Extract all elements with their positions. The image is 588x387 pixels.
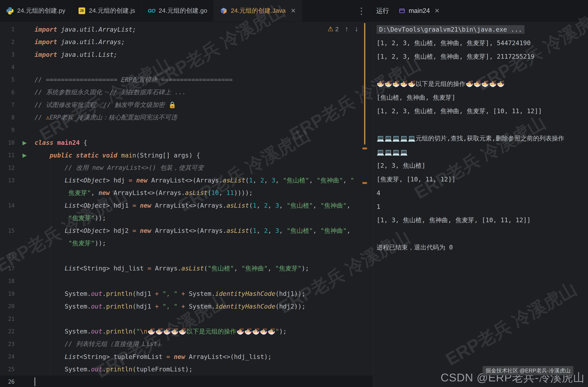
console-line: [1, 2, 3, 焦山楂, 焦神曲, 焦麦芽], 2117255219	[377, 50, 588, 64]
line-number[interactable]: 21	[0, 316, 15, 322]
console-line: [1, 2, 3, 焦山楂, 焦神曲, 焦麦芽, [10, 11, 12]]	[377, 104, 588, 118]
code-line[interactable]: 5// =================== ERP配置模块 ========…	[0, 74, 373, 86]
line-number[interactable]: 14	[0, 202, 15, 209]
code-line[interactable]: 14 List<Object> hdj1 = new ArrayList<>(A…	[0, 199, 373, 212]
javascript-icon: JS	[78, 7, 86, 15]
editor-lines[interactable]: 1import java.util.ArrayList;2import java…	[0, 23, 373, 387]
line-number[interactable]: 7	[0, 102, 15, 108]
code-line[interactable]: 24 List<String> tupleFromList = new Arra…	[0, 350, 373, 363]
console-line: 1	[377, 200, 588, 214]
console-line: [焦山楂, 焦神曲, 焦麦芽]	[377, 91, 588, 105]
line-number[interactable]: 3	[0, 51, 15, 58]
line-number[interactable]: 16	[0, 253, 15, 259]
line-number[interactable]: 10	[0, 140, 15, 146]
line-number[interactable]: 23	[0, 341, 15, 347]
run-panel-title: 运行	[376, 6, 389, 15]
python-icon	[6, 7, 14, 15]
console-line: [1, 2, 3, 焦山楂, 焦神曲, 焦麦芽], 544724190	[377, 37, 588, 50]
line-number[interactable]: 8	[0, 115, 15, 121]
code-line[interactable]: 7// 试图修改审批流程 // 触发甲骨文级加密 🔒	[0, 99, 373, 111]
console-line	[377, 64, 588, 77]
code-line[interactable]: 2import java.util.Arrays;	[0, 36, 373, 48]
console-line: 💻💻💻💻💻元组的切片,查找,获取元素,删除参照之前的列表操作	[377, 132, 588, 145]
line-number[interactable]: 11	[0, 152, 15, 158]
code-line[interactable]: 17 List<String> hdj_list = Arrays.asList…	[0, 262, 373, 275]
tab-label: 24.元组的创建.js	[89, 6, 135, 15]
run-tool-window-header: 运行 main24 ✕	[376, 0, 440, 22]
code-line[interactable]: 3import java.util.List;	[0, 48, 373, 61]
code-line[interactable]: 1import java.util.ArrayList;	[0, 23, 373, 36]
console-line	[377, 227, 588, 241]
console-line: 💻💻💻💻	[377, 145, 588, 159]
run-gutter-icon[interactable]: ▶	[22, 153, 27, 158]
line-number[interactable]: 24	[0, 353, 15, 360]
line-number[interactable]: 2	[0, 39, 15, 45]
line-number[interactable]: 5	[0, 77, 15, 83]
line-number[interactable]: 17	[0, 266, 15, 272]
tab-file-py[interactable]: 24.元组的创建.py	[0, 0, 72, 21]
line-number[interactable]: 26	[0, 379, 15, 385]
close-icon[interactable]: ✕	[435, 8, 440, 14]
previous-problem-button[interactable]: ↑	[345, 25, 348, 33]
console-line: [2, 3, 焦山楂]	[377, 159, 588, 173]
console-line: [1, 3, 焦山楂, 焦神曲, 焦麦芽, [10, 11, 12]]	[377, 213, 588, 227]
console-line: 🍜🍜🍜🍜🍜以下是元组的操作🍜🍜🍜🍜🍜	[377, 77, 588, 91]
line-number[interactable]: 19	[0, 291, 15, 297]
code-line[interactable]: "焦麦芽"));	[0, 212, 373, 225]
tab-label: main24	[409, 7, 430, 15]
code-line[interactable]: 11▶ public static void main(String[] arg…	[0, 149, 373, 162]
code-line[interactable]: 20 System.out.println(hdj1 + ", " + Syst…	[0, 300, 373, 313]
line-number[interactable]: 9	[0, 127, 15, 133]
code-line[interactable]: 25 System.out.println(tupleFromList);	[0, 363, 373, 376]
code-line[interactable]: 15 List<Object> hdj2 = new ArrayList<>(A…	[0, 225, 373, 237]
code-line[interactable]: 26	[0, 376, 373, 387]
line-number[interactable]: 20	[0, 303, 15, 310]
console-line: [焦麦芽, [10, 11, 12]]	[377, 173, 588, 186]
close-icon[interactable]: ✕	[291, 8, 296, 14]
line-number[interactable]: 12	[0, 165, 15, 171]
code-line[interactable]: 6// 系统参数组永久固化 // 刻在数据库石碑上 ...	[0, 86, 373, 99]
tab-file-go[interactable]: GO 24.元组的创建.go	[141, 0, 213, 21]
code-line[interactable]: 12 // 改用 new ArrayList<>() 包装，使其可变	[0, 162, 373, 174]
code-line[interactable]: 21	[0, 313, 373, 325]
more-options-icon[interactable]: ⋮	[353, 0, 370, 22]
code-line[interactable]: 16	[0, 250, 373, 262]
line-number[interactable]: 15	[0, 228, 15, 234]
tab-file-java[interactable]: 24.元组的创建.Java ✕	[214, 0, 302, 21]
window-icon	[398, 7, 406, 15]
line-number[interactable]: 18	[0, 278, 15, 284]
code-line[interactable]: 焦麦芽", new ArrayList<>(Arrays.asList(10, …	[0, 187, 373, 199]
code-line[interactable]: "焦麦芽"));	[0, 237, 373, 250]
code-line[interactable]: 19 System.out.println(hdj1 + ", " + Syst…	[0, 288, 373, 300]
tab-label: 24.元组的创建.py	[17, 6, 65, 15]
tab-file-js[interactable]: JS 24.元组的创建.js	[72, 0, 142, 21]
line-number[interactable]: 4	[0, 64, 15, 70]
console-line: D:\DevTools\graalvm21\bin\java.exe ...	[377, 23, 588, 37]
code-line[interactable]: 13 List<Object> hdj = new ArrayList<>(Ar…	[0, 174, 373, 187]
console-line	[377, 118, 588, 132]
console-output: D:\DevTools\graalvm21\bin\java.exe ...[1…	[373, 22, 588, 254]
tab-run-main24[interactable]: main24 ✕	[398, 7, 440, 15]
editor-tab-bar: 24.元组的创建.py JS 24.元组的创建.js GO 24.元组的创建.g…	[0, 0, 588, 22]
run-console[interactable]: D:\DevTools\graalvm21\bin\java.exe ...[1…	[373, 22, 588, 387]
code-line[interactable]: 18	[0, 275, 373, 288]
next-problem-button[interactable]: ↓	[355, 25, 358, 33]
run-gutter-icon[interactable]: ▶	[22, 140, 27, 145]
code-line[interactable]: 4	[0, 61, 373, 74]
inspections-widget[interactable]: ⚠ 2 ↑ ↓	[327, 25, 358, 33]
code-line[interactable]: 8// ⚠ERP老兵_冷溪虎山：核心配置如同宪法不可违	[0, 111, 373, 124]
line-number[interactable]: 13	[0, 177, 15, 184]
code-line[interactable]: 9	[0, 124, 373, 136]
scrollbar-thumb[interactable]	[364, 23, 365, 145]
line-number[interactable]: 1	[0, 26, 15, 33]
code-editor[interactable]: 1import java.util.ArrayList;2import java…	[0, 22, 373, 387]
code-line[interactable]: 22 System.out.println("\n🍜🍜🍜🍜🍜以下是元组的操作🍜🍜…	[0, 325, 373, 338]
line-number[interactable]: 22	[0, 328, 15, 335]
warning-count: 2	[335, 26, 339, 33]
console-line: 进程已结束，退出代码为 0	[377, 241, 588, 254]
line-number[interactable]: 6	[0, 89, 15, 96]
line-number[interactable]: 25	[0, 366, 15, 372]
ide-window: 24.元组的创建.py JS 24.元组的创建.js GO 24.元组的创建.g…	[0, 0, 588, 387]
code-line[interactable]: 10▶class main24 {	[0, 136, 373, 149]
code-line[interactable]: 23 // 列表转元组（直接使用 List）	[0, 338, 373, 350]
